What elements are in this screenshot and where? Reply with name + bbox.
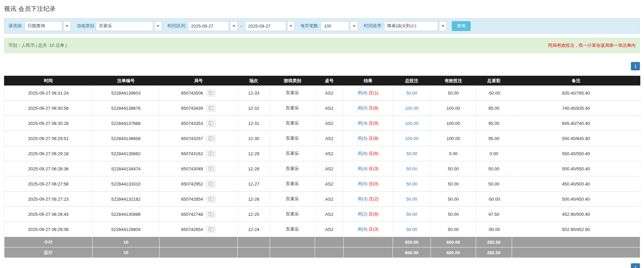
- game-type-cell: 百家乐: [270, 146, 315, 161]
- total-bet-link[interactable]: 50.00: [406, 181, 417, 187]
- sort-order-label: 时间排序:: [364, 23, 382, 29]
- total-bet-cell: 100.00: [393, 116, 431, 131]
- column-header: 局号: [160, 76, 238, 86]
- page-button-1[interactable]: 1: [631, 62, 640, 70]
- round-id-group: 650742654: [181, 226, 216, 233]
- game-type-cell: 百家乐: [270, 192, 315, 207]
- footer-round-cell: [160, 247, 238, 258]
- payout-cell: -50.00: [476, 192, 512, 207]
- bet-record-row: 2025-09-27 06:26:06522844129804650742654…: [4, 222, 640, 237]
- caret-down-icon: [233, 25, 235, 27]
- view-cards-button[interactable]: [206, 165, 216, 172]
- filter-bar: 请选择: 游戏类别 时间区间: ~ 每页笔数: 时间排序:: [4, 18, 640, 34]
- total-bet-link[interactable]: 100.00: [405, 121, 418, 126]
- currency-summary-text: 币别：人民币 | 总共 :10 注单 |: [8, 42, 67, 48]
- footer-table-cell: [315, 247, 344, 258]
- game-type-combo: [96, 21, 162, 31]
- session-cell: 12-24: [238, 222, 270, 237]
- page-button-1[interactable]: 1: [631, 263, 640, 268]
- bet-id-cell: 522844139603: [93, 86, 160, 101]
- total-bet-link[interactable]: 50.00: [406, 212, 417, 217]
- view-cards-button[interactable]: [206, 180, 216, 188]
- summary-bar: 币别：人民币 | 总共 :10 注单 | 同局有效投注，统一计算在该局第一张注单…: [4, 38, 640, 53]
- column-header: 结果: [344, 76, 393, 86]
- game-type-input[interactable]: [96, 21, 153, 31]
- query-type-input[interactable]: [25, 21, 62, 31]
- view-cards-button[interactable]: [206, 105, 216, 112]
- total-bet-link[interactable]: 50.00: [406, 151, 417, 156]
- cards-icon: [208, 151, 214, 156]
- remark-cell: 502.90/452.90: [512, 222, 640, 237]
- game-type-dropdown-button[interactable]: [154, 21, 162, 31]
- game-type-cell: 百家乐: [270, 161, 315, 176]
- banker-result: 庄(6): [369, 151, 378, 156]
- round-cell: 650742654: [160, 222, 238, 237]
- cards-icon: [208, 212, 214, 217]
- game-type-label: 游戏类别: [77, 23, 94, 29]
- total-bet-link[interactable]: 50.00: [406, 91, 417, 96]
- remark-cell: 550.40/550.40: [512, 146, 640, 161]
- valid-bet-cell: 100.00: [431, 101, 476, 116]
- footer-valid-bet-cell: 600.00: [431, 237, 476, 247]
- result-cell: 闲(4) 庄(3): [344, 161, 393, 176]
- view-cards-button[interactable]: [206, 226, 216, 233]
- result-cell: 闲(2) 庄(8): [344, 207, 393, 222]
- bet-record-row: 2025-09-27 06:27:58522844133310650742952…: [4, 176, 640, 192]
- round-id-group: 650742748: [181, 211, 216, 218]
- valid-bet-cell: 50.00: [431, 222, 476, 237]
- total-bet-cell: 50.00: [393, 161, 431, 176]
- search-button[interactable]: 查询: [452, 21, 471, 31]
- round-id-group: 650743257: [181, 135, 216, 142]
- total-bet-link[interactable]: 50.00: [406, 227, 417, 232]
- time-cell: 2025-09-27 06:30:28: [4, 116, 93, 131]
- query-type-label: 请选择:: [8, 23, 23, 29]
- bet-id-cell: 522844133310: [93, 176, 160, 192]
- valid-bet-cell: 50.00: [431, 176, 476, 192]
- round-id: 650742654: [181, 227, 203, 232]
- date-from-dropdown-button[interactable]: [230, 21, 238, 31]
- view-cards-button[interactable]: [206, 135, 216, 142]
- round-cell: 650743439: [160, 101, 238, 116]
- caret-down-icon: [353, 25, 355, 27]
- page-size-dropdown-button[interactable]: [350, 21, 358, 31]
- payout-cell: 50.00: [476, 176, 512, 192]
- view-cards-button[interactable]: [206, 150, 216, 157]
- round-id-group: 650743439: [181, 105, 216, 112]
- footer-result-cell: [344, 247, 393, 258]
- total-bet-link[interactable]: 100.00: [405, 106, 418, 111]
- query-type-dropdown-button[interactable]: [63, 21, 71, 31]
- time-cell: 2025-09-27 06:28:36: [4, 161, 93, 176]
- player-result: 闲(5): [358, 136, 368, 141]
- player-result: 闲(6): [358, 151, 368, 156]
- date-to-input[interactable]: [245, 21, 286, 31]
- round-cell: 650743049: [160, 161, 238, 176]
- payout-cell: -50.00: [476, 86, 512, 101]
- footer-remark-cell: [512, 237, 640, 247]
- remark-cell: 835.40/785.40: [512, 86, 640, 101]
- total-bet-cell: 50.00: [393, 86, 431, 101]
- bet-record-row: 2025-09-27 06:30:28522844137868650743353…: [4, 116, 640, 131]
- page-size-label: 每页笔数:: [301, 23, 319, 29]
- round-cell: 650743162: [160, 146, 238, 161]
- date-to-dropdown-button[interactable]: [287, 21, 295, 31]
- sort-order-dropdown-button[interactable]: [439, 21, 447, 31]
- view-cards-button[interactable]: [206, 90, 216, 97]
- caret-down-icon: [290, 25, 292, 27]
- footer-count-cell: 10: [93, 237, 160, 247]
- view-cards-button[interactable]: [206, 196, 216, 203]
- cards-icon: [208, 106, 214, 111]
- date-range-label: 时间区间:: [168, 23, 187, 29]
- page-size-input[interactable]: [321, 21, 349, 31]
- result-cell: 闲(6) 庄(3): [344, 222, 393, 237]
- total-bet-link[interactable]: 50.00: [406, 197, 417, 202]
- sort-order-input[interactable]: [384, 21, 438, 31]
- date-from-input[interactable]: [188, 21, 229, 31]
- round-cell: 650743257: [160, 131, 238, 146]
- view-cards-button[interactable]: [206, 211, 216, 218]
- total-bet-link[interactable]: 50.00: [406, 166, 417, 171]
- view-cards-button[interactable]: [206, 120, 216, 127]
- game-type-cell: 百家乐: [270, 86, 315, 101]
- bet-id-cell: 522844134474: [93, 161, 160, 176]
- total-bet-link[interactable]: 100.00: [405, 136, 418, 141]
- footer-remark-cell: [512, 247, 640, 258]
